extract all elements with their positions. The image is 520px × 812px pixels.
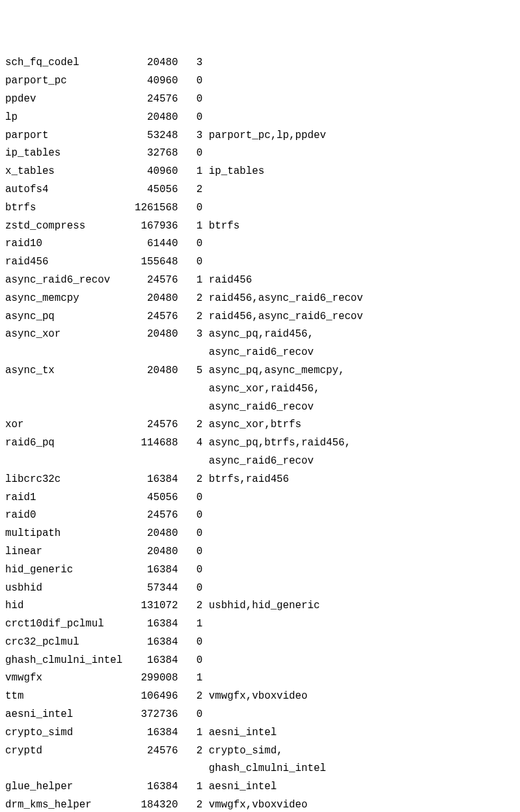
module-row: aesni_intel 372736 0 — [5, 706, 515, 724]
module-row: async_memcpy 20480 2 raid456,async_raid6… — [5, 290, 515, 308]
module-row: raid456 155648 0 — [5, 253, 515, 272]
module-row: crct10dif_pclmul 16384 1 — [5, 615, 515, 634]
module-row: btrfs 1261568 0 — [5, 199, 515, 217]
module-row: ghash_clmulni_intel 16384 0 — [5, 652, 515, 670]
module-row: usbhid 57344 0 — [5, 580, 515, 598]
module-row: async_raid6_recov 24576 1 raid456 — [5, 272, 515, 290]
module-row: libcrc32c 16384 2 btrfs,raid456 — [5, 471, 515, 489]
module-row: hid 131072 2 usbhid,hid_generic — [5, 597, 515, 615]
module-row: raid6_pq 114688 4 async_pq,btrfs,raid456… — [5, 434, 515, 453]
module-row: async_xor 20480 3 async_pq,raid456, — [5, 326, 515, 344]
module-row: async_tx 20480 5 async_pq,async_memcpy, — [5, 362, 515, 380]
module-row: parport 53248 3 parport_pc,lp,ppdev — [5, 127, 515, 145]
module-row: crc32_pclmul 16384 0 — [5, 634, 515, 652]
module-row: ttm 106496 2 vmwgfx,vboxvideo — [5, 688, 515, 706]
module-row: raid1 45056 0 — [5, 489, 515, 507]
module-row: x_tables 40960 1 ip_tables — [5, 163, 515, 181]
module-row: raid0 24576 0 — [5, 507, 515, 525]
module-row: async_pq 24576 2 raid456,async_raid6_rec… — [5, 308, 515, 326]
module-row: parport_pc 40960 0 — [5, 72, 515, 91]
module-row-continuation: async_raid6_recov — [5, 344, 515, 362]
module-row-continuation: async_xor,raid456, — [5, 380, 515, 399]
module-row: ppdev 24576 0 — [5, 91, 515, 109]
module-row-continuation: ghash_clmulni_intel — [5, 760, 515, 778]
module-row: cryptd 24576 2 crypto_simd, — [5, 742, 515, 761]
module-row: linear 20480 0 — [5, 543, 515, 561]
module-row-continuation: async_raid6_recov — [5, 453, 515, 471]
module-row: multipath 20480 0 — [5, 525, 515, 543]
module-row-continuation: async_raid6_recov — [5, 399, 515, 417]
module-row: hid_generic 16384 0 — [5, 561, 515, 580]
module-row: glue_helper 16384 1 aesni_intel — [5, 778, 515, 796]
module-row: raid10 61440 0 — [5, 235, 515, 253]
module-row: zstd_compress 167936 1 btrfs — [5, 217, 515, 236]
module-row: ip_tables 32768 0 — [5, 145, 515, 163]
module-row: autofs4 45056 2 — [5, 181, 515, 199]
module-row: sch_fq_codel 20480 3 — [5, 54, 515, 72]
module-row: xor 24576 2 async_xor,btrfs — [5, 416, 515, 434]
module-row: crypto_simd 16384 1 aesni_intel — [5, 724, 515, 742]
module-row: lp 20480 0 — [5, 109, 515, 127]
lsmod-output: sch_fq_codel 20480 3parport_pc 40960 0pp… — [5, 54, 515, 812]
module-row: drm_kms_helper 184320 2 vmwgfx,vboxvideo — [5, 796, 515, 812]
module-row: vmwgfx 299008 1 — [5, 669, 515, 688]
